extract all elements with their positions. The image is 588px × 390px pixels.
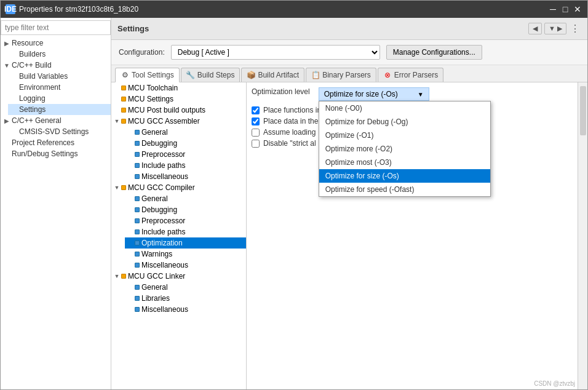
sidebar-item-environment[interactable]: Environment [8,82,111,93]
window-controls: ─ □ ✕ [548,4,582,14]
place-functions-label: Place functions in [263,106,321,114]
chevron-mcu-toolchain [114,85,120,91]
place-data-checkbox[interactable] [252,117,260,125]
icon-warnings-gcc [135,252,140,257]
main-window: IDE Properties for stm32f103c8t6_18b20 ─… [0,0,588,390]
tree-node-general-gcc[interactable]: General [125,193,246,204]
opt-ofast[interactable]: Optimize for speed (-Ofast) [319,183,490,196]
tree-node-mcu-settings[interactable]: MCU Settings [111,94,246,105]
menu-button[interactable]: ⋮ [569,22,581,36]
app-icon: IDE [6,4,15,14]
opt-debug[interactable]: Optimize for Debug (-Og) [319,115,490,129]
chevron-preprocessor-asm [127,151,133,157]
error-parsers-icon: ⊗ [383,71,392,79]
opt-o3[interactable]: Optimize most (-O3) [319,156,490,169]
tree-node-mcu-gcc-compiler[interactable]: MCU GCC Compiler [111,182,246,193]
chevron-include-paths-asm [127,162,133,169]
settings-header: Settings ◀ ▼ ▶ ⋮ [111,18,587,40]
main-content: ▶ Resource Builders ▼ C/C++ Build [1,18,587,389]
tree-node-mcu-toolchain[interactable]: MCU Toolchain [111,82,246,94]
optimization-level-dropdown[interactable]: Optimize for size (-Os) ▼ None (-O0) Opt… [319,87,429,101]
tab-build-artifact[interactable]: 📦 Build Artifact [241,68,304,82]
tree-node-include-paths-asm[interactable]: Include paths [125,160,246,171]
tab-build-steps[interactable]: 🔧 Build Steps [181,68,240,82]
sidebar-item-cc-general[interactable]: ▶ C/C++ General [1,115,111,126]
sidebar-item-builders[interactable]: Builders [8,49,111,60]
manage-configurations-button[interactable]: Manage Configurations... [386,45,482,60]
right-panel: Settings ◀ ▼ ▶ ⋮ Configuration: Debug [ … [111,18,587,389]
tree-node-mcu-post-build[interactable]: MCU Post build outputs [111,105,246,116]
icon-general-linker [135,285,140,290]
icon-libraries-linker [135,296,140,301]
tree-node-mcu-gcc-assembler[interactable]: MCU GCC Assembler [111,116,246,127]
icon-mcu-gcc-compiler [121,185,126,190]
back-button[interactable]: ◀ [528,23,542,34]
tree-node-mcu-gcc-linker[interactable]: MCU GCC Linker [111,271,246,282]
tree-node-general-asm[interactable]: General [125,127,246,138]
opt-o2[interactable]: Optimize more (-O2) [319,142,490,156]
watermark: CSDN @ztvzbj [534,380,575,387]
sidebar-item-project-references[interactable]: Project References [1,137,111,148]
tree-node-misc-gcc[interactable]: Miscellaneous [125,260,246,271]
icon-preprocessor-gcc [135,218,140,223]
split-area: MCU Toolchain MCU Settings MCU Post buil… [111,82,587,389]
chevron-misc-asm [127,173,133,180]
sidebar-item-build-variables[interactable]: Build Variables [8,71,111,82]
tree-node-preprocessor-gcc[interactable]: Preprocessor [125,215,246,226]
icon-debugging-gcc [135,207,140,212]
maximize-button[interactable]: □ [560,4,570,14]
opt-none[interactable]: None (-O0) [319,101,490,115]
icon-general-asm [135,130,140,135]
icon-preprocessor-asm [135,152,140,157]
chevron-debugging-asm [127,140,133,146]
sidebar-item-cc-build[interactable]: ▼ C/C++ Build [1,60,111,71]
window-title: Properties for stm32f103c8t6_18b20 [19,5,548,14]
config-label: Configuration: [119,48,165,57]
optimization-level-display[interactable]: Optimize for size (-Os) ▼ [319,87,429,101]
tab-error-parsers[interactable]: ⊗ Error Parsers [378,68,443,82]
build-artifact-icon: 📦 [247,71,255,79]
sidebar-item-logging[interactable]: Logging [8,93,111,104]
tree-node-preprocessor-asm[interactable]: Preprocessor [125,149,246,160]
minimize-button[interactable]: ─ [548,4,558,14]
tree-node-include-paths-gcc[interactable]: Include paths [125,226,246,237]
tree-node-misc-asm[interactable]: Miscellaneous [125,171,246,182]
icon-misc-asm [135,174,140,179]
tree-node-warnings-gcc[interactable]: Warnings [125,249,246,260]
scrollbar-thumb[interactable] [580,86,586,135]
forward-button[interactable]: ▼ ▶ [544,23,566,34]
chevron-mcu-gcc-linker [114,273,120,279]
tree-node-libraries-linker[interactable]: Libraries [125,293,246,304]
filter-input[interactable] [1,20,111,35]
icon-include-paths-gcc [135,229,140,234]
sidebar-item-run-debug[interactable]: Run/Debug Settings [1,148,111,159]
opt-o1[interactable]: Optimize (-O1) [319,129,490,142]
place-functions-checkbox[interactable] [252,106,260,114]
disable-strict-checkbox[interactable] [252,140,260,148]
sidebar-item-cmsis-svd[interactable]: CMSIS-SVD Settings [8,126,111,137]
tab-tool-settings[interactable]: ⚙ Tool Settings [115,68,180,82]
configuration-select[interactable]: Debug [ Active ] Release All configurati… [171,45,380,60]
tool-settings-tree: MCU Toolchain MCU Settings MCU Post buil… [111,82,247,389]
tree-node-optimization-gcc[interactable]: Optimization [125,237,246,249]
icon-misc-gcc [135,263,140,268]
close-button[interactable]: ✕ [573,4,582,14]
icon-include-paths-asm [135,163,140,168]
chevron-mcu-settings [114,96,120,102]
tree-node-debugging-gcc[interactable]: Debugging [125,204,246,215]
config-row: Configuration: Debug [ Active ] Release … [111,40,587,65]
tree-node-debugging-asm[interactable]: Debugging [125,138,246,149]
tree-node-misc-linker[interactable]: Miscellaneous [125,304,246,315]
optimization-level-label: Optimization level [252,87,310,96]
settings-nav: ◀ ▼ ▶ ⋮ [528,22,581,36]
assume-loading-checkbox[interactable] [252,129,260,137]
tab-binary-parsers[interactable]: 📋 Binary Parsers [306,68,376,82]
opt-os[interactable]: Optimize for size (-Os) [319,169,490,183]
sidebar: ▶ Resource Builders ▼ C/C++ Build [1,18,111,389]
settings-title: Settings [117,24,149,33]
sidebar-item-settings[interactable]: Settings [8,104,111,115]
tree-node-general-linker[interactable]: General [125,282,246,293]
sidebar-item-resource[interactable]: ▶ Resource [1,38,111,49]
icon-general-gcc [135,196,140,201]
right-gutter [578,82,587,389]
